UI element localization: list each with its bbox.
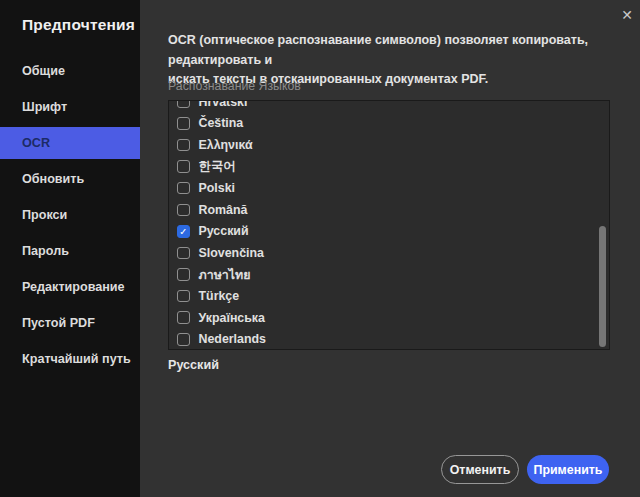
language-label: Română [199,203,248,217]
language-label: Ελληνικά [199,138,253,152]
language-label: Polski [199,181,236,195]
language-label: ภาษาไทย [199,265,251,284]
sidebar-item[interactable]: Обновить [0,163,140,195]
language-label: Українська [199,311,265,325]
checkbox-icon[interactable] [177,225,190,238]
language-list-content: Hrvatski Čeština Ελληνικά 한국어 Polski Rom… [169,100,609,350]
language-label: Nederlands [199,332,266,346]
sidebar: Предпочтения Общие Шрифт OCR Обновить Пр… [0,0,140,497]
sidebar-item-label: Пустой PDF [22,316,95,330]
checkbox-icon[interactable] [177,247,190,260]
sidebar-item-label: OCR [22,136,50,150]
checkbox-icon[interactable] [177,204,190,217]
language-row[interactable]: Română [169,199,609,221]
sidebar-item-label: Пароль [22,244,69,258]
sidebar-item-label: Кратчайший путь [22,352,131,366]
language-list: Hrvatski Čeština Ελληνικά 한국어 Polski Rom… [168,100,610,350]
sidebar-item[interactable]: OCR [0,127,140,159]
language-row[interactable]: Ελληνικά [169,134,609,156]
sidebar-item[interactable]: Кратчайший путь [0,343,140,375]
checkbox-icon[interactable] [177,160,190,173]
checkbox-icon[interactable] [177,117,190,130]
sidebar-item-label: Шрифт [22,100,67,114]
sidebar-item[interactable]: Прокси [0,199,140,231]
language-row[interactable]: Nederlands [169,329,609,350]
checkbox-icon[interactable] [177,290,190,303]
language-label: 한국어 [199,158,236,175]
sidebar-item-label: Обновить [22,172,84,186]
language-row[interactable]: Slovenčina [169,242,609,264]
language-row[interactable]: Türkçe [169,285,609,307]
language-row[interactable]: Čeština [169,113,609,135]
sidebar-item-label: Редактирование [22,280,125,294]
checkbox-icon[interactable] [177,100,190,108]
selected-language-label: Русский [168,358,219,372]
ocr-description-line1: OCR (оптическое распознавание символов) … [168,31,628,70]
close-icon[interactable]: ✕ [616,4,638,26]
sidebar-item[interactable]: Шрифт [0,91,140,123]
language-row[interactable]: ภาษาไทย [169,264,609,286]
sidebar-item[interactable]: Пароль [0,235,140,267]
language-row[interactable]: Polski [169,177,609,199]
checkbox-icon[interactable] [177,268,190,281]
language-row[interactable]: 한국어 [169,156,609,178]
sidebar-item[interactable]: Редактирование [0,271,140,303]
language-label: Русский [199,224,249,238]
language-label: Slovenčina [199,246,264,260]
language-row[interactable]: Hrvatski [169,100,609,113]
preferences-dialog: Предпочтения Общие Шрифт OCR Обновить Пр… [0,0,640,497]
checkbox-icon[interactable] [177,333,190,346]
language-label: Čeština [199,116,244,130]
sidebar-item[interactable]: Пустой PDF [0,307,140,339]
checkbox-icon[interactable] [177,311,190,324]
dialog-title: Предпочтения [22,16,135,34]
checkbox-icon[interactable] [177,139,190,152]
main-panel: ✕ OCR (оптическое распознавание символов… [140,0,640,497]
sidebar-nav: Общие Шрифт OCR Обновить Прокси Пароль Р… [0,55,140,375]
apply-button[interactable]: Применить [527,455,609,484]
language-recognition-label: Распознавание Языков [168,79,301,93]
sidebar-item-label: Прокси [22,208,67,222]
language-label: Hrvatski [199,100,248,109]
language-row[interactable]: Русский [169,221,609,243]
scrollbar-thumb[interactable] [599,226,606,347]
checkbox-icon[interactable] [177,182,190,195]
language-label: Türkçe [199,289,240,303]
cancel-button[interactable]: Отменить [441,455,519,484]
language-row[interactable]: Українська [169,307,609,329]
sidebar-item[interactable]: Общие [0,55,140,87]
sidebar-item-label: Общие [22,64,65,78]
